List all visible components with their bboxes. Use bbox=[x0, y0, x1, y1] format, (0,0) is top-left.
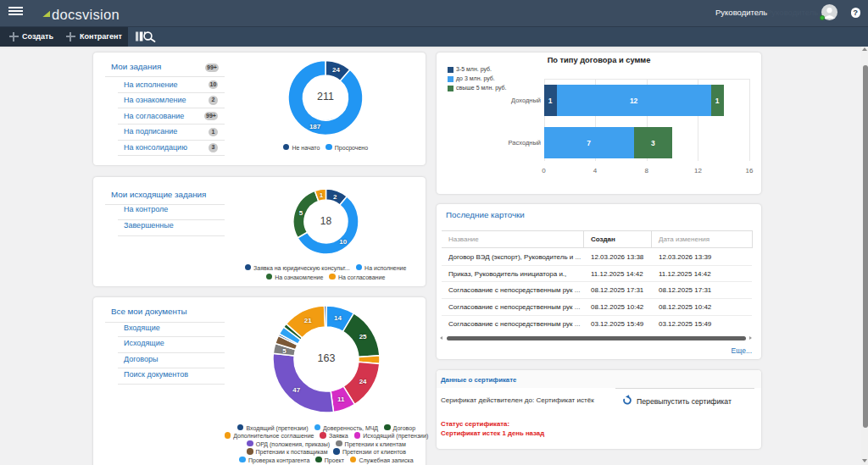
svg-text:18: 18 bbox=[320, 215, 332, 227]
svg-text:187: 187 bbox=[309, 123, 321, 130]
svg-text:24: 24 bbox=[332, 66, 340, 74]
svg-text:163: 163 bbox=[318, 352, 336, 364]
svg-text:24: 24 bbox=[359, 378, 367, 385]
svg-text:47: 47 bbox=[292, 386, 300, 394]
svg-text:5: 5 bbox=[299, 209, 303, 217]
svg-text:21: 21 bbox=[304, 317, 312, 324]
svg-text:25: 25 bbox=[359, 333, 367, 340]
svg-text:1: 1 bbox=[320, 191, 324, 199]
svg-text:2: 2 bbox=[333, 193, 337, 201]
svg-text:211: 211 bbox=[317, 91, 334, 102]
svg-text:14: 14 bbox=[334, 314, 342, 322]
svg-text:10: 10 bbox=[339, 238, 347, 246]
svg-text:11: 11 bbox=[337, 396, 345, 403]
svg-text:5: 5 bbox=[282, 347, 287, 355]
